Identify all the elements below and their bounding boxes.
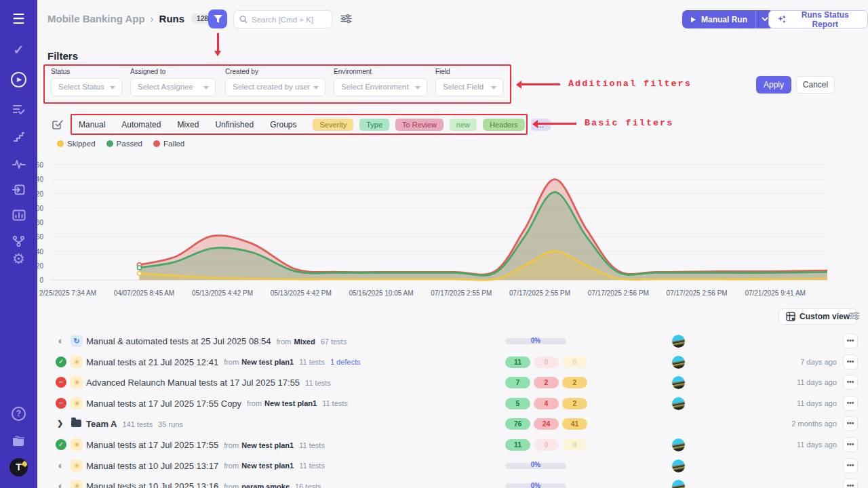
run-status-icon: ◐	[56, 481, 66, 488]
from-label: from	[224, 358, 239, 366]
search-box[interactable]	[233, 10, 332, 28]
run-row[interactable]: ◐ ✳ Manual tests at 10 Jul 2025 13:16 fr…	[37, 476, 868, 488]
cancel-button[interactable]: Cancel	[796, 76, 835, 94]
plan-name: New test plan1	[264, 399, 317, 407]
row-more-button[interactable]: •••	[843, 333, 858, 348]
runs-status-report-label: Runs Status Report	[791, 10, 859, 29]
defects-link[interactable]: 1 defects	[330, 358, 361, 366]
plan-name: param smoke	[241, 483, 290, 488]
run-row[interactable]: – ✳ Advanced Relaunch Manual tests at 17…	[37, 372, 868, 393]
legend-item-passed: Passed	[106, 140, 142, 148]
status-select[interactable]: Select Status	[51, 78, 122, 96]
manual-run-label: Manual Run	[701, 15, 747, 24]
menu-icon[interactable]: ☰	[0, 11, 37, 27]
filter-funnel-button[interactable]	[208, 9, 227, 28]
result-badges: 11 0 0	[505, 439, 587, 451]
run-type-icon: ✳	[71, 376, 83, 388]
run-row[interactable]: ❯ Team A 141 tests 35 runs 76 24 41 2 mo…	[37, 413, 868, 434]
row-more-button[interactable]: •••	[843, 416, 858, 431]
filter-label: Environment	[334, 68, 427, 75]
analytics-icon[interactable]	[0, 209, 37, 221]
run-title[interactable]: Team A	[86, 419, 117, 429]
run-title[interactable]: Manual tests at 10 Jul 2025 13:16	[86, 481, 218, 488]
tag-type[interactable]: Type	[359, 119, 389, 131]
result-badges: 7 2 2	[505, 377, 587, 388]
field-select[interactable]: Select Field	[435, 78, 503, 96]
avatar	[672, 439, 685, 451]
list-settings-icon[interactable]	[849, 311, 860, 323]
run-status-icon: ◐	[56, 336, 66, 346]
run-type-icon: ✳	[71, 397, 83, 409]
progress-bar: 0%	[505, 483, 566, 488]
projects-icon[interactable]	[0, 434, 37, 447]
x-tick-label: 05/13/2025 4:42 PM	[192, 289, 253, 297]
run-row[interactable]: ✓ ✳ Manual tests at 21 Jul 2025 12:41 fr…	[37, 352, 868, 373]
run-row[interactable]: ✓ ✳ Manual tests at 17 Jul 2025 17:55 fr…	[37, 434, 868, 455]
import-icon[interactable]	[0, 183, 37, 196]
row-more-button[interactable]: •••	[843, 479, 858, 488]
tests-count: 11 tests	[299, 358, 325, 366]
bulk-select-icon[interactable]	[52, 118, 64, 133]
annotation-arrow-basic	[537, 123, 576, 125]
failed-badge: 24	[534, 418, 559, 430]
x-tick-label: 07/17/2025 2:56 PM	[588, 289, 649, 297]
row-more-button[interactable]: •••	[843, 458, 858, 473]
app-logo[interactable]: T	[0, 458, 37, 479]
filter-link-unfinished[interactable]: Unfinished	[215, 120, 254, 129]
row-more-button[interactable]: •••	[843, 396, 858, 411]
legend-item-failed: Failed	[153, 140, 184, 148]
tag-headers[interactable]: Headers	[483, 119, 525, 131]
run-status-icon: ✓	[56, 439, 66, 450]
sparkles-icon	[777, 14, 786, 24]
runs-status-report-button[interactable]: Runs Status Report	[768, 10, 868, 28]
row-more-button[interactable]: •••	[843, 375, 858, 390]
test-plans-icon[interactable]	[0, 103, 37, 115]
settings-gear-icon[interactable]: ⚙	[0, 251, 37, 267]
expand-chevron-icon[interactable]: ❯	[57, 419, 63, 428]
tag-new[interactable]: new	[450, 119, 477, 131]
apply-button[interactable]: Apply	[756, 76, 791, 94]
run-title[interactable]: Manual tests at 10 Jul 2025 13:17	[86, 461, 218, 471]
skipped-badge: 0	[562, 439, 587, 451]
search-settings-icon[interactable]	[340, 14, 352, 26]
search-input[interactable]	[252, 16, 326, 24]
run-row[interactable]: ◐ ✳ Manual tests at 10 Jul 2025 13:17 fr…	[37, 455, 868, 476]
avatar	[672, 460, 685, 472]
tests-check-icon[interactable]: ✓	[0, 42, 37, 58]
result-badges: 11 0 0	[505, 357, 587, 368]
run-title[interactable]: Manual tests at 17 Jul 2025 17:55 Copy	[86, 399, 241, 409]
steps-icon[interactable]	[0, 130, 37, 142]
run-title[interactable]: Advanced Relaunch Manual tests at 17 Jul…	[86, 378, 300, 388]
run-row[interactable]: ◐ ↻ Manual & automated tests at 25 Jul 2…	[37, 331, 868, 352]
x-tick-label: 05/13/2025 4:42 PM	[271, 289, 332, 297]
custom-view-button[interactable]: Custom view	[778, 308, 857, 325]
help-icon[interactable]: ?	[0, 407, 37, 421]
created-by-select[interactable]: Select created by user	[225, 78, 326, 96]
pulse-icon[interactable]	[0, 157, 37, 169]
breadcrumb-project[interactable]: Mobile Banking App	[47, 13, 145, 24]
filter-link-groups[interactable]: Groups	[270, 120, 296, 129]
time-ago: 2 months ago	[791, 420, 837, 428]
row-more-button[interactable]: •••	[843, 437, 858, 452]
assignee-select[interactable]: Select Assignee	[130, 78, 216, 96]
tag-filters: Severity Type To Review new Headers ...	[313, 119, 550, 131]
environment-select[interactable]: Select Environment	[334, 78, 427, 96]
plan-name: Mixed	[294, 338, 315, 346]
avatar	[672, 397, 685, 410]
failed-badge: 0	[534, 439, 559, 451]
run-row[interactable]: – ✳ Manual tests at 17 Jul 2025 17:55 Co…	[37, 393, 868, 414]
run-title[interactable]: Manual tests at 21 Jul 2025 12:41	[86, 357, 218, 367]
time-ago: 11 days ago	[797, 399, 837, 407]
filter-link-mixed[interactable]: Mixed	[177, 120, 199, 129]
run-title[interactable]: Manual tests at 17 Jul 2025 17:55	[86, 440, 218, 450]
row-more-button[interactable]: •••	[843, 354, 858, 369]
filter-link-automated[interactable]: Automated	[121, 120, 161, 129]
manual-run-button[interactable]: Manual Run	[682, 15, 755, 24]
runs-play-icon[interactable]: ▶	[0, 72, 37, 87]
run-title[interactable]: Manual & automated tests at 25 Jul 2025 …	[86, 336, 271, 346]
avatar	[672, 335, 685, 348]
tag-to-review[interactable]: To Review	[395, 119, 443, 131]
branches-icon[interactable]	[0, 235, 37, 247]
tag-severity[interactable]: Severity	[313, 119, 353, 131]
filter-link-manual[interactable]: Manual	[79, 120, 105, 129]
